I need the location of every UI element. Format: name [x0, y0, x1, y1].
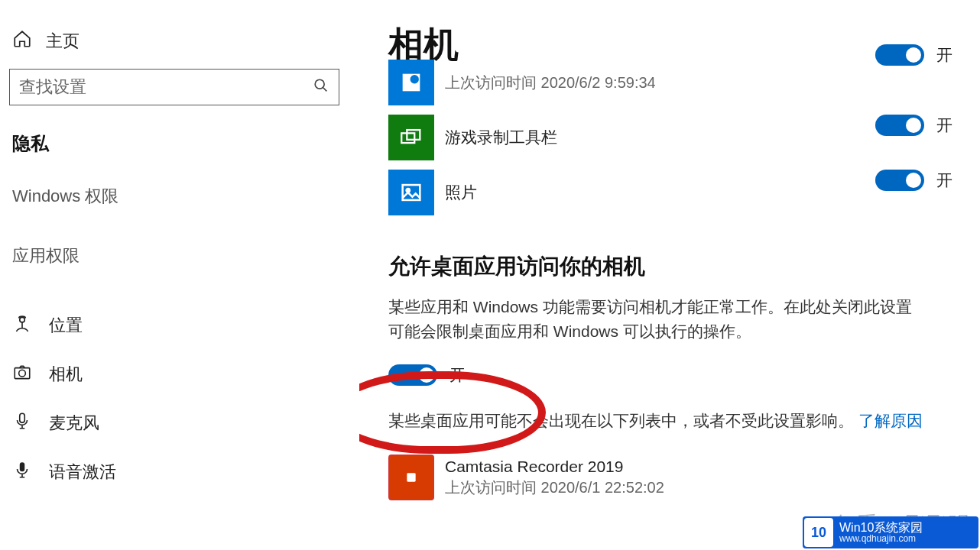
learn-more-link[interactable]: 了解原因: [858, 412, 923, 429]
badge-icon: 10: [804, 518, 833, 547]
photos-icon: [388, 170, 434, 215]
desktop-access-toggle[interactable]: [388, 364, 437, 386]
sidebar-item-microphone[interactable]: 麦克风: [9, 399, 352, 448]
app-toggle[interactable]: [875, 44, 924, 66]
app-row-photos: 照片 开: [388, 170, 980, 218]
nav-label: 麦克风: [49, 412, 99, 435]
badge-title: Win10系统家园: [839, 521, 923, 535]
sidebar-item-location[interactable]: 位置: [9, 301, 352, 350]
app-label: Camtasia Recorder 2019: [445, 456, 980, 477]
desktop-access-toggle-row: 开: [388, 364, 980, 386]
sidebar-section-app-perm: 应用权限: [9, 241, 352, 301]
svg-rect-10: [403, 185, 420, 200]
home-label: 主页: [46, 30, 80, 53]
badge-sub: www.qdhuajin.com: [839, 534, 923, 544]
sidebar-item-camera[interactable]: 相机: [9, 350, 352, 399]
voice-icon: [12, 460, 32, 484]
source-badge: 10 Win10系统家园 www.qdhuajin.com: [803, 516, 978, 548]
sidebar: 主页 隐私 Windows 权限 应用权限 位置 相机 麦克风 语音激活: [0, 0, 359, 550]
app-row-gamebar: 游戏录制工具栏 开: [388, 115, 980, 163]
nav-label: 语音激活: [49, 461, 116, 484]
app-toggle[interactable]: [875, 115, 924, 136]
search-input[interactable]: [19, 77, 313, 97]
toggle-label: 开: [936, 44, 952, 66]
sidebar-section-privacy: 隐私: [9, 127, 352, 182]
home-link[interactable]: 主页: [9, 23, 352, 69]
svg-point-1: [20, 317, 25, 322]
app-toggle[interactable]: [875, 170, 924, 191]
search-input-wrap[interactable]: [9, 69, 339, 105]
toggle-label: 开: [936, 170, 952, 191]
svg-rect-8: [401, 133, 414, 143]
home-icon: [12, 29, 32, 53]
note-text: 某些桌面应用可能不会出现在以下列表中，或者不受此设置影响。: [388, 412, 854, 429]
desktop-apps-note: 某些桌面应用可能不会出现在以下列表中，或者不受此设置影响。 了解原因: [388, 409, 923, 433]
svg-rect-5: [20, 462, 25, 471]
microphone-icon: [12, 411, 32, 435]
nav-label: 位置: [49, 314, 83, 337]
sidebar-section-windows-perm: Windows 权限: [9, 182, 352, 241]
svg-point-0: [315, 79, 324, 89]
app-last-access: 上次访问时间 2020/6/1 22:52:02: [445, 477, 980, 498]
svg-rect-4: [20, 413, 25, 422]
svg-rect-9: [407, 130, 420, 140]
app-tile-icon: [388, 60, 434, 105]
gamebar-icon: [388, 115, 434, 160]
svg-point-7: [410, 75, 419, 83]
camera-icon: [12, 362, 32, 387]
location-icon: [12, 313, 32, 338]
app-label: 照片: [445, 182, 875, 202]
main-panel: 相机 上次访问时间 2020/6/2 9:59:34 开 游戏录制工具栏 开 照…: [359, 0, 980, 550]
svg-rect-13: [407, 473, 415, 481]
camtasia-icon: [388, 455, 434, 500]
app-row-partial: 上次访问时间 2020/6/2 9:59:34 开: [388, 60, 980, 108]
desktop-apps-heading: 允许桌面应用访问你的相机: [388, 252, 980, 281]
toggle-label: 开: [449, 364, 466, 386]
nav-label: 相机: [49, 363, 83, 386]
sidebar-item-voice[interactable]: 语音激活: [9, 448, 352, 497]
app-label: 游戏录制工具栏: [445, 127, 875, 147]
app-last-access: 上次访问时间 2020/6/2 9:59:34: [445, 73, 875, 93]
toggle-label: 开: [936, 115, 952, 136]
desktop-apps-description: 某些应用和 Windows 功能需要访问相机才能正常工作。在此处关闭此设置可能会…: [388, 295, 923, 343]
app-row-camtasia: Camtasia Recorder 2019 上次访问时间 2020/6/1 2…: [388, 455, 980, 503]
svg-point-3: [19, 370, 26, 377]
search-icon: [313, 77, 329, 97]
